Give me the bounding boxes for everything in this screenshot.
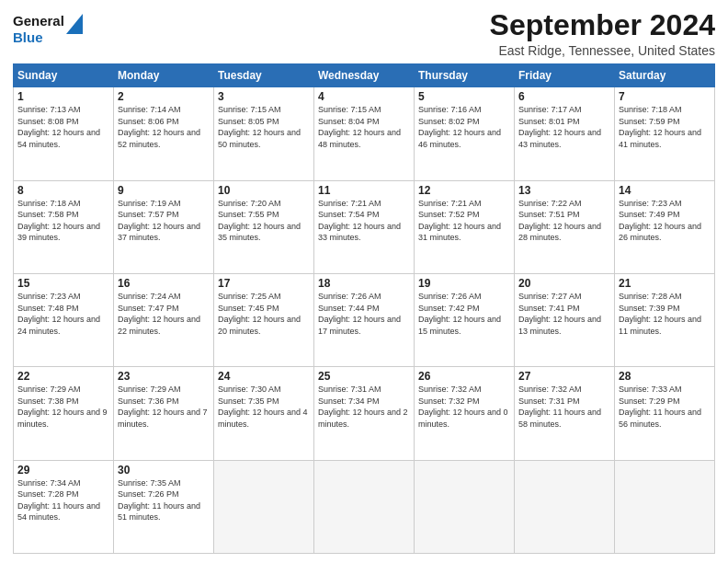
calendar-week-row: 15 Sunrise: 7:23 AM Sunset: 7:48 PM Dayl… <box>14 273 715 366</box>
day-info: Sunrise: 7:31 AM Sunset: 7:34 PM Dayligh… <box>318 384 410 430</box>
daylight-text: Daylight: 12 hours and 26 minutes. <box>619 222 701 243</box>
day-info: Sunrise: 7:19 AM Sunset: 7:57 PM Dayligh… <box>118 198 210 244</box>
daylight-text: Daylight: 11 hours and 56 minutes. <box>619 408 701 429</box>
sunrise-text: Sunrise: 7:26 AM <box>418 292 482 301</box>
calendar-day-cell: 29 Sunrise: 7:34 AM Sunset: 7:28 PM Dayl… <box>14 460 114 553</box>
day-info: Sunrise: 7:18 AM Sunset: 7:58 PM Dayligh… <box>17 198 109 244</box>
sunrise-text: Sunrise: 7:18 AM <box>619 105 682 114</box>
sunset-text: Sunset: 7:49 PM <box>619 210 680 219</box>
page: General Blue September 2024 East Ridge, … <box>0 0 728 563</box>
day-number: 1 <box>17 90 109 103</box>
day-info: Sunrise: 7:28 AM Sunset: 7:39 PM Dayligh… <box>619 291 711 337</box>
day-number: 4 <box>318 90 410 103</box>
col-sunday: Sunday <box>14 64 114 87</box>
day-info: Sunrise: 7:23 AM Sunset: 7:49 PM Dayligh… <box>619 198 711 244</box>
calendar-day-cell: 2 Sunrise: 7:14 AM Sunset: 8:06 PM Dayli… <box>114 87 214 180</box>
svg-marker-0 <box>66 14 83 34</box>
day-number: 15 <box>17 277 109 290</box>
calendar-day-cell: 23 Sunrise: 7:29 AM Sunset: 7:36 PM Dayl… <box>114 367 214 460</box>
sunrise-text: Sunrise: 7:17 AM <box>518 105 582 114</box>
sunrise-text: Sunrise: 7:29 AM <box>118 385 181 394</box>
daylight-text: Daylight: 12 hours and 31 minutes. <box>418 222 501 243</box>
day-number: 20 <box>518 277 610 290</box>
sunrise-text: Sunrise: 7:35 AM <box>118 478 181 488</box>
calendar-week-row: 8 Sunrise: 7:18 AM Sunset: 7:58 PM Dayli… <box>14 180 715 273</box>
daylight-text: Daylight: 12 hours and 13 minutes. <box>518 315 601 336</box>
calendar-day-cell: 28 Sunrise: 7:33 AM Sunset: 7:29 PM Dayl… <box>615 367 715 460</box>
sunset-text: Sunset: 7:41 PM <box>518 304 580 313</box>
sunrise-text: Sunrise: 7:30 AM <box>218 385 281 394</box>
daylight-text: Daylight: 12 hours and 41 minutes. <box>619 128 701 149</box>
sunset-text: Sunset: 7:26 PM <box>118 489 179 499</box>
calendar-table: Sunday Monday Tuesday Wednesday Thursday… <box>13 63 715 554</box>
calendar-day-cell: 25 Sunrise: 7:31 AM Sunset: 7:34 PM Dayl… <box>314 367 415 460</box>
calendar-day-cell: 17 Sunrise: 7:25 AM Sunset: 7:45 PM Dayl… <box>214 273 314 366</box>
daylight-text: Daylight: 12 hours and 46 minutes. <box>418 128 501 149</box>
day-number: 18 <box>318 277 410 290</box>
calendar-day-cell: 22 Sunrise: 7:29 AM Sunset: 7:38 PM Dayl… <box>14 367 114 460</box>
sunset-text: Sunset: 7:59 PM <box>619 117 680 126</box>
calendar-day-cell: 4 Sunrise: 7:15 AM Sunset: 8:04 PM Dayli… <box>314 87 415 180</box>
header: General Blue September 2024 East Ridge, … <box>13 9 715 58</box>
day-info: Sunrise: 7:32 AM Sunset: 7:32 PM Dayligh… <box>418 384 510 430</box>
sunrise-text: Sunrise: 7:26 AM <box>318 292 381 301</box>
day-info: Sunrise: 7:15 AM Sunset: 8:04 PM Dayligh… <box>318 104 410 150</box>
calendar-day-cell <box>515 460 615 553</box>
day-number: 12 <box>418 184 510 197</box>
calendar-day-cell: 3 Sunrise: 7:15 AM Sunset: 8:05 PM Dayli… <box>214 87 314 180</box>
daylight-text: Daylight: 12 hours and 7 minutes. <box>118 408 208 429</box>
col-friday: Friday <box>515 64 615 87</box>
sunset-text: Sunset: 7:58 PM <box>17 210 79 219</box>
sunrise-text: Sunrise: 7:16 AM <box>418 105 482 114</box>
day-info: Sunrise: 7:14 AM Sunset: 8:06 PM Dayligh… <box>118 104 210 150</box>
sunset-text: Sunset: 8:04 PM <box>318 117 380 126</box>
day-number: 5 <box>418 90 510 103</box>
daylight-text: Daylight: 12 hours and 24 minutes. <box>17 315 100 336</box>
sunset-text: Sunset: 7:51 PM <box>518 210 580 219</box>
sunset-text: Sunset: 7:36 PM <box>118 396 179 406</box>
sunrise-text: Sunrise: 7:32 AM <box>518 385 582 394</box>
daylight-text: Daylight: 12 hours and 0 minutes. <box>418 408 508 429</box>
day-number: 19 <box>418 277 510 290</box>
day-number: 24 <box>218 370 310 383</box>
calendar-day-cell: 8 Sunrise: 7:18 AM Sunset: 7:58 PM Dayli… <box>14 180 114 273</box>
daylight-text: Daylight: 12 hours and 50 minutes. <box>218 128 301 149</box>
sunset-text: Sunset: 7:44 PM <box>318 304 380 313</box>
day-info: Sunrise: 7:25 AM Sunset: 7:45 PM Dayligh… <box>218 291 310 337</box>
day-number: 3 <box>218 90 310 103</box>
calendar-day-cell: 30 Sunrise: 7:35 AM Sunset: 7:26 PM Dayl… <box>114 460 214 553</box>
sunset-text: Sunset: 7:31 PM <box>518 396 580 406</box>
day-info: Sunrise: 7:21 AM Sunset: 7:54 PM Dayligh… <box>318 198 410 244</box>
sunrise-text: Sunrise: 7:13 AM <box>17 105 81 114</box>
day-number: 11 <box>318 184 410 197</box>
sunrise-text: Sunrise: 7:34 AM <box>17 478 81 488</box>
calendar-day-cell: 18 Sunrise: 7:26 AM Sunset: 7:44 PM Dayl… <box>314 273 415 366</box>
sunrise-text: Sunrise: 7:15 AM <box>318 105 381 114</box>
daylight-text: Daylight: 12 hours and 28 minutes. <box>518 222 601 243</box>
day-number: 14 <box>619 184 711 197</box>
daylight-text: Daylight: 11 hours and 51 minutes. <box>118 501 200 523</box>
logo: General Blue <box>13 13 83 46</box>
logo-text: General Blue <box>13 13 64 46</box>
day-number: 28 <box>619 370 711 383</box>
sunrise-text: Sunrise: 7:19 AM <box>118 199 181 208</box>
sunset-text: Sunset: 8:02 PM <box>418 117 480 126</box>
sunrise-text: Sunrise: 7:25 AM <box>218 292 281 301</box>
day-info: Sunrise: 7:34 AM Sunset: 7:28 PM Dayligh… <box>17 477 109 523</box>
sunrise-text: Sunrise: 7:15 AM <box>218 105 281 114</box>
sunrise-text: Sunrise: 7:21 AM <box>418 199 482 208</box>
day-number: 13 <box>518 184 610 197</box>
daylight-text: Daylight: 12 hours and 35 minutes. <box>218 222 301 243</box>
daylight-text: Daylight: 12 hours and 43 minutes. <box>518 128 601 149</box>
sunset-text: Sunset: 7:45 PM <box>218 304 279 313</box>
day-number: 8 <box>17 184 109 197</box>
daylight-text: Daylight: 12 hours and 2 minutes. <box>318 408 408 429</box>
sunset-text: Sunset: 8:01 PM <box>518 117 580 126</box>
calendar-day-cell <box>214 460 314 553</box>
calendar-day-cell: 21 Sunrise: 7:28 AM Sunset: 7:39 PM Dayl… <box>615 273 715 366</box>
sunset-text: Sunset: 7:32 PM <box>418 396 480 406</box>
daylight-text: Daylight: 12 hours and 11 minutes. <box>619 315 701 336</box>
day-number: 10 <box>218 184 310 197</box>
day-number: 30 <box>118 464 210 477</box>
day-number: 25 <box>318 370 410 383</box>
